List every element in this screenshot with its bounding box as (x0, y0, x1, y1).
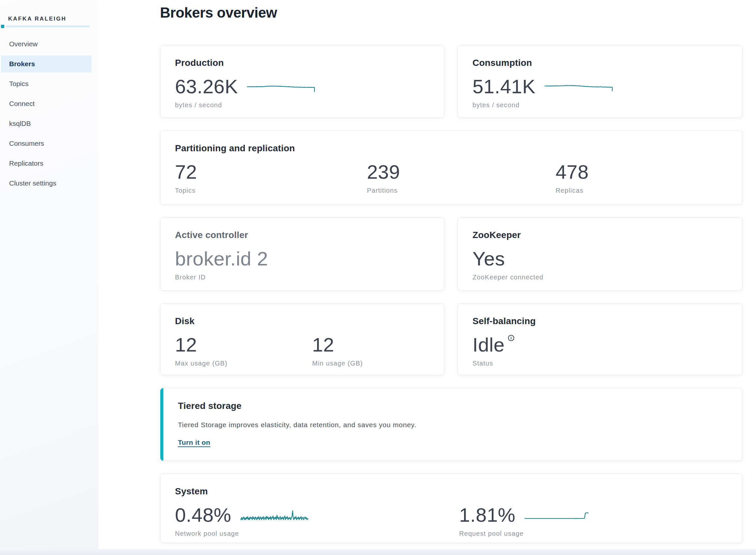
production-unit-label: bytes / second (175, 101, 429, 109)
info-icon[interactable]: i (508, 335, 514, 341)
sidebar-item-consumers[interactable]: Consumers (1, 135, 92, 152)
cluster-load-indicator (1, 25, 90, 28)
network-pool-value: 0.48% (175, 505, 231, 526)
row-disk-selfbalancing: Disk 12 Max usage (GB) 12 Min usage (GB)… (160, 303, 743, 375)
request-pool-value: 1.81% (459, 505, 516, 526)
sidebar-item-ksqldb[interactable]: ksqlDB (1, 115, 92, 132)
topics-value: 72 (175, 161, 367, 183)
replicas-label: Replicas (556, 187, 728, 194)
production-value: 63.26K (175, 76, 238, 97)
tiered-storage-description: Tiered Storage improves elasticity, data… (178, 421, 728, 429)
row-throughput: Production 63.26K bytes / second Consump… (160, 45, 743, 118)
partitions-value: 239 (367, 161, 556, 183)
replicas-value: 478 (556, 161, 728, 183)
request-pool-sparkline (525, 509, 593, 522)
row-controller-zookeeper: Active controller broker.id 2 Broker ID … (160, 217, 743, 291)
request-pool-label: Request pool usage (459, 530, 728, 538)
partitioning-title: Partitioning and replication (175, 143, 728, 154)
consumption-sparkline (545, 80, 613, 93)
network-pool-sparkline (240, 509, 308, 522)
cards-area: Production 63.26K bytes / second Consump… (160, 45, 743, 543)
disk-card: Disk 12 Max usage (GB) 12 Min usage (GB) (160, 303, 444, 375)
sidebar-item-connect[interactable]: Connect (1, 95, 92, 112)
cluster-load-track (6, 26, 90, 28)
sidebar-nav: Overview Brokers Topics Connect ksqlDB C… (0, 36, 98, 192)
sidebar: KAFKA RALEIGH Overview Brokers Topics Co… (0, 0, 98, 555)
row-tiered-storage: Tiered storage Tiered Storage improves e… (160, 388, 743, 461)
partitions-label: Partitions (367, 187, 556, 194)
self-balancing-value: Idle (473, 334, 505, 356)
disk-max-stat: 12 Max usage (GB) (175, 334, 312, 367)
row-partitioning: Partitioning and replication 72 Topics 2… (160, 130, 743, 205)
disk-min-label: Min usage (GB) (312, 360, 429, 367)
brokers-overview-page: KAFKA RALEIGH Overview Brokers Topics Co… (0, 0, 756, 555)
zookeeper-label: ZooKeeper connected (473, 273, 728, 281)
page-title: Brokers overview (160, 5, 277, 21)
disk-max-label: Max usage (GB) (175, 360, 312, 367)
tiered-storage-accent-bar (160, 388, 163, 461)
production-sparkline (247, 80, 316, 93)
production-card: Production 63.26K bytes / second (160, 45, 444, 118)
cluster-load-chip (1, 25, 4, 28)
page-bottom-strip (0, 549, 756, 555)
system-title: System (175, 486, 728, 497)
network-pool-label: Network pool usage (175, 530, 459, 538)
topics-stat: 72 Topics (175, 161, 367, 194)
active-controller-title: Active controller (175, 230, 429, 240)
self-balancing-title: Self-balancing (473, 316, 728, 327)
disk-min-value: 12 (312, 334, 429, 356)
cluster-name: KAFKA RALEIGH (8, 16, 66, 22)
sidebar-item-topics[interactable]: Topics (1, 75, 92, 92)
partitioning-card: Partitioning and replication 72 Topics 2… (160, 130, 743, 205)
consumption-value: 51.41K (473, 76, 535, 97)
consumption-unit-label: bytes / second (473, 101, 728, 109)
zookeeper-card: ZooKeeper Yes ZooKeeper connected (458, 217, 743, 291)
production-title: Production (175, 58, 429, 68)
sidebar-item-replicators[interactable]: Replicators (1, 155, 92, 172)
self-balancing-label: Status (473, 360, 728, 367)
sidebar-item-cluster-settings[interactable]: Cluster settings (1, 175, 92, 192)
tiered-storage-card: Tiered storage Tiered Storage improves e… (160, 388, 743, 461)
active-controller-value: broker.id 2 (175, 248, 268, 270)
disk-title: Disk (175, 316, 429, 327)
consumption-title: Consumption (473, 58, 728, 68)
replicas-stat: 478 Replicas (556, 161, 728, 194)
disk-max-value: 12 (175, 334, 312, 356)
sidebar-item-overview[interactable]: Overview (1, 36, 92, 52)
tiered-storage-title: Tiered storage (178, 401, 728, 411)
active-controller-label: Broker ID (175, 273, 429, 281)
active-controller-card: Active controller broker.id 2 Broker ID (160, 217, 444, 291)
row-system: System 0.48% Network pool usage 1.81% (160, 473, 743, 543)
consumption-card: Consumption 51.41K bytes / second (458, 45, 743, 118)
request-pool-stat: 1.81% Request pool usage (459, 505, 728, 538)
zookeeper-title: ZooKeeper (473, 230, 728, 240)
network-pool-stat: 0.48% Network pool usage (175, 505, 459, 538)
partitions-stat: 239 Partitions (367, 161, 556, 194)
sidebar-item-brokers[interactable]: Brokers (1, 55, 92, 72)
topics-label: Topics (175, 187, 367, 194)
self-balancing-card: Self-balancing Idlei Status (458, 303, 743, 375)
zookeeper-value: Yes (473, 248, 505, 270)
system-card: System 0.48% Network pool usage 1.81% (160, 473, 743, 543)
self-balancing-status: Idlei (473, 334, 514, 356)
disk-min-stat: 12 Min usage (GB) (312, 334, 429, 367)
turn-it-on-link[interactable]: Turn it on (178, 438, 210, 446)
